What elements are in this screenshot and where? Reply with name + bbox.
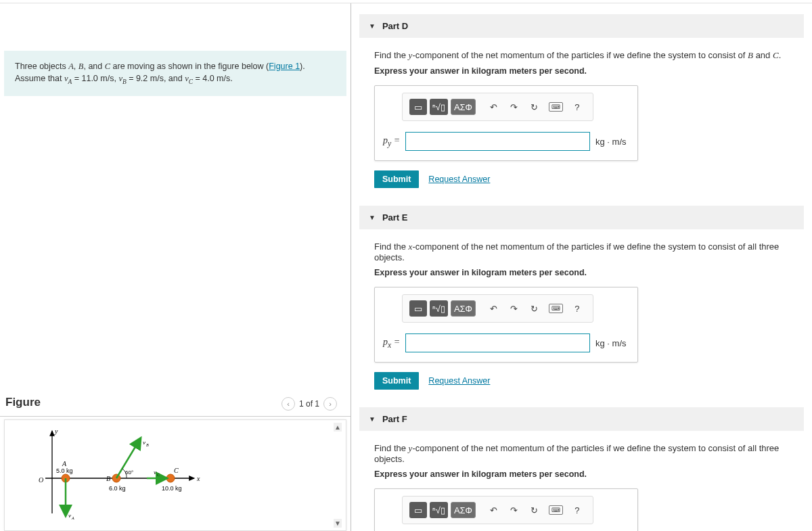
help-button[interactable]: ?: [568, 300, 586, 317]
equation-toolbar: ▭ ⁿ√▯ ΑΣΦ ↶ ↷ ↻ ⌨ ?: [402, 93, 593, 121]
problem-statement: Three objects A, B, and C are moving as …: [4, 51, 346, 96]
svg-text:v: v: [154, 469, 156, 476]
redo-button[interactable]: ↷: [505, 502, 523, 518]
greek-button[interactable]: ΑΣΦ: [451, 300, 476, 317]
svg-text:6.0 kg: 6.0 kg: [109, 485, 126, 492]
part-f-title: Part F: [382, 414, 407, 424]
var-a: A: [68, 62, 74, 71]
part-d-body: Find the y-component of the net momentum…: [359, 38, 804, 195]
part-d-header[interactable]: Part D: [359, 14, 804, 38]
undo-button[interactable]: ↶: [485, 300, 503, 317]
svg-text:x: x: [196, 475, 200, 482]
redo-button[interactable]: ↷: [505, 300, 523, 317]
svg-text:C: C: [157, 473, 160, 477]
svg-text:O: O: [39, 476, 43, 484]
reset-button[interactable]: ↻: [526, 502, 543, 518]
part-e-header[interactable]: Part E: [359, 206, 804, 229]
svg-text:10.0 kg: 10.0 kg: [162, 485, 182, 492]
text: Three objects: [15, 62, 68, 71]
scroll-up-icon[interactable]: ▲: [334, 423, 342, 432]
svg-text:5.0 kg: 5.0 kg: [56, 467, 73, 474]
part-d-answer-box: ▭ ⁿ√▯ ΑΣΦ ↶ ↷ ↻ ⌨ ? py = kg · m/s: [374, 85, 638, 161]
part-d-title: Part D: [382, 21, 408, 31]
undo-button[interactable]: ↶: [485, 99, 503, 115]
part-d-instruction: Express your answer in kilogram meters p…: [374, 66, 789, 76]
help-button[interactable]: ?: [568, 99, 586, 115]
part-e-answer-box: ▭ ⁿ√▯ ΑΣΦ ↶ ↷ ↻ ⌨ ? px = kg · m/s: [374, 287, 638, 363]
part-e-title: Part E: [382, 212, 408, 223]
part-f-prompt: Find the y-component of the net momentum…: [374, 443, 789, 464]
root-button[interactable]: ⁿ√▯: [430, 99, 448, 115]
right-pane: Part D Find the y-component of the net m…: [351, 3, 812, 531]
part-f-instruction: Express your answer in kilogram meters p…: [374, 469, 789, 479]
scroll-down-icon[interactable]: ▼: [334, 519, 342, 528]
undo-button[interactable]: ↶: [485, 502, 503, 518]
part-e-body: Find the x-component of the net momentum…: [359, 229, 804, 396]
template-button[interactable]: ▭: [409, 99, 427, 115]
keyboard-button[interactable]: ⌨: [546, 99, 566, 115]
figure-link[interactable]: Figure 1: [269, 62, 300, 71]
reset-button[interactable]: ↻: [526, 99, 543, 115]
figure-panel: ▲ ▼ y x O A 5.: [4, 419, 346, 531]
greek-button[interactable]: ΑΣΦ: [451, 502, 476, 518]
part-e-submit-button[interactable]: Submit: [374, 372, 419, 390]
part-d-submit-button[interactable]: Submit: [374, 170, 419, 188]
svg-point-18: [166, 474, 175, 482]
part-e-unit: kg · m/s: [595, 338, 629, 348]
part-d-prompt: Find the y-component of the net momentum…: [374, 50, 789, 61]
part-e-variable: px =: [383, 337, 400, 350]
prev-figure-button[interactable]: ‹: [281, 397, 295, 411]
svg-text:y: y: [54, 428, 58, 435]
part-e-request-link[interactable]: Request Answer: [428, 376, 490, 386]
var-c: C: [105, 62, 110, 71]
pager-label: 1 of 1: [299, 399, 319, 409]
svg-text:B: B: [146, 443, 149, 447]
root-button[interactable]: ⁿ√▯: [430, 300, 448, 317]
svg-text:60°: 60°: [125, 469, 133, 476]
svg-text:A: A: [62, 460, 67, 467]
part-f-header[interactable]: Part F: [359, 407, 804, 431]
keyboard-button[interactable]: ⌨: [546, 300, 566, 317]
left-pane: Three objects A, B, and C are moving as …: [0, 3, 351, 531]
equation-toolbar: ▭ ⁿ√▯ ΑΣΦ ↶ ↷ ↻ ⌨ ?: [402, 294, 593, 323]
svg-text:C: C: [174, 467, 179, 474]
template-button[interactable]: ▭: [409, 502, 427, 518]
keyboard-button[interactable]: ⌨: [546, 502, 566, 518]
svg-text:A: A: [71, 516, 74, 520]
root-button[interactable]: ⁿ√▯: [430, 502, 448, 518]
svg-text:B: B: [106, 475, 110, 482]
redo-button[interactable]: ↷: [505, 99, 523, 115]
svg-text:v: v: [68, 512, 71, 519]
part-d-request-link[interactable]: Request Answer: [428, 175, 490, 184]
next-figure-button[interactable]: ›: [323, 397, 337, 411]
help-button[interactable]: ?: [568, 502, 586, 518]
greek-button[interactable]: ΑΣΦ: [451, 99, 476, 115]
equation-toolbar: ▭ ⁿ√▯ ΑΣΦ ↶ ↷ ↻ ⌨ ?: [402, 496, 593, 524]
part-f-answer-box: ▭ ⁿ√▯ ΑΣΦ ↶ ↷ ↻ ⌨ ? py = kg · m/s: [374, 488, 638, 531]
part-f-body: Find the y-component of the net momentum…: [359, 431, 804, 531]
part-d-input[interactable]: [405, 132, 590, 151]
part-e-input[interactable]: [405, 333, 590, 352]
svg-text:v: v: [143, 439, 145, 446]
part-d-unit: kg · m/s: [595, 137, 629, 147]
reset-button[interactable]: ↻: [526, 300, 543, 317]
template-button[interactable]: ▭: [409, 300, 427, 317]
part-e-instruction: Express your answer in kilogram meters p…: [374, 268, 789, 277]
figure-diagram: y x O A 5.0 kg v A B 6.0 kg v B 60°: [25, 425, 242, 527]
figure-pager: ‹ 1 of 1 ›: [281, 397, 337, 411]
part-e-prompt: Find the x-component of the net momentum…: [374, 241, 789, 262]
part-d-variable: py =: [383, 135, 400, 148]
